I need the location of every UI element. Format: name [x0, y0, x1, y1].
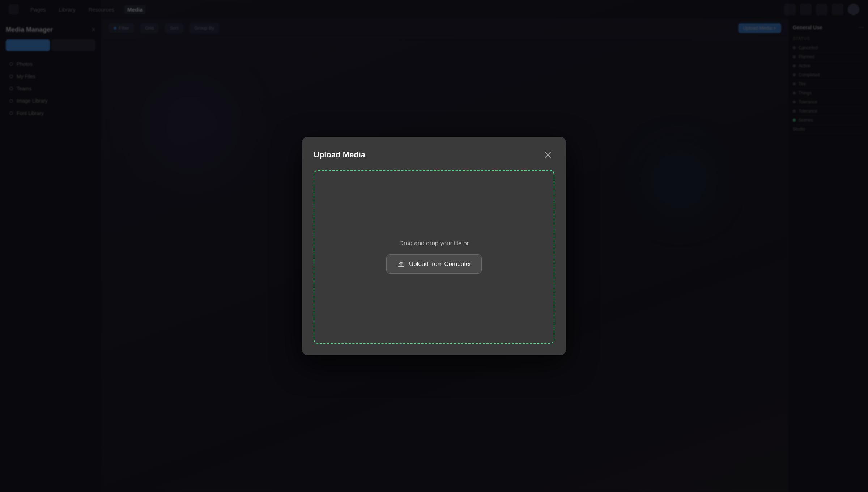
svg-rect-0 [398, 266, 404, 267]
upload-svg-icon [397, 260, 405, 268]
upload-button-label: Upload from Computer [409, 260, 471, 268]
upload-media-modal: Upload Media Drag and drop your file or … [302, 137, 566, 355]
upload-icon [397, 260, 405, 268]
modal-close-button[interactable] [541, 148, 554, 161]
close-icon [545, 152, 551, 158]
drop-zone-text: Drag and drop your file or [399, 240, 469, 247]
file-drop-zone[interactable]: Drag and drop your file or Upload from C… [314, 170, 554, 344]
modal-title: Upload Media [314, 150, 365, 160]
upload-from-computer-button[interactable]: Upload from Computer [386, 254, 482, 274]
modal-header: Upload Media [314, 148, 554, 161]
